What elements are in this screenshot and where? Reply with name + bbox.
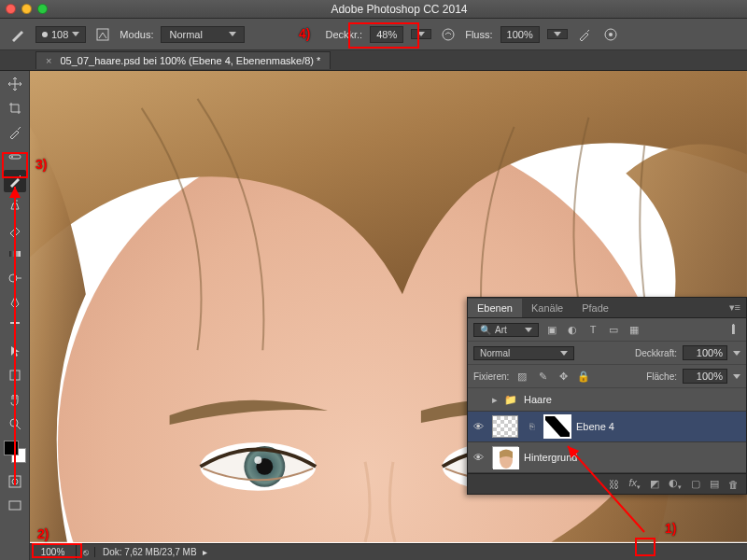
delete-layer-icon[interactable]: 🗑 — [728, 479, 739, 490]
filter-type-icon[interactable]: T — [585, 322, 600, 337]
svg-point-9 — [10, 419, 18, 427]
eyedropper-tool[interactable] — [4, 121, 26, 144]
minimize-window-button[interactable] — [21, 4, 32, 14]
visibility-toggle[interactable]: 👁 — [473, 452, 486, 463]
add-mask-icon[interactable]: ◩ — [650, 478, 659, 490]
hand-tool[interactable] — [4, 388, 26, 411]
layer-thumbnail[interactable] — [492, 415, 518, 438]
opacity-label: Deckkr.: — [325, 29, 362, 40]
zoom-window-button[interactable] — [37, 4, 48, 14]
layer-fill-field[interactable]: 100% — [683, 369, 727, 384]
disclosure-triangle[interactable]: ▸ — [492, 394, 498, 406]
tools-panel — [0, 71, 30, 560]
tab-paths[interactable]: Pfade — [572, 299, 618, 317]
status-bar: 100% ⎋ Dok: 7,62 MB/23,7 MB ▸ — [30, 543, 747, 560]
selection-tool[interactable] — [4, 340, 26, 362]
document-info[interactable]: Dok: 7,62 MB/23,7 MB ▸ — [95, 547, 215, 557]
tab-title: 05_07_haare.psd bei 100% (Ebene 4, Ebene… — [61, 55, 321, 66]
svg-rect-10 — [9, 476, 21, 487]
filter-shape-icon[interactable]: ▭ — [606, 322, 621, 337]
zoom-level-field[interactable]: 100% — [30, 545, 77, 559]
brush-size-picker[interactable]: 108 — [35, 26, 86, 43]
svg-point-5 — [11, 156, 13, 158]
tool-preset-icon[interactable] — [9, 25, 28, 44]
layer-name[interactable]: Haare — [524, 394, 552, 405]
layer-fill-stepper[interactable] — [733, 374, 740, 379]
pressure-size-icon[interactable] — [601, 25, 620, 44]
screen-mode-toggle[interactable] — [4, 495, 26, 517]
mask-link-icon[interactable]: ⎘ — [524, 419, 539, 434]
app-title: Adobe Photoshop CC 2014 — [57, 3, 741, 16]
layer-row-background[interactable]: 👁 Hintergrund — [468, 442, 746, 473]
adjustment-layer-icon[interactable]: ◐▾ — [669, 477, 682, 491]
filter-adjust-icon[interactable]: ◐ — [565, 322, 580, 337]
pressure-opacity-icon[interactable] — [439, 25, 458, 44]
flow-value: 100% — [507, 29, 533, 40]
filter-pixel-icon[interactable]: ▣ — [544, 322, 559, 337]
layer-blend-select[interactable]: Normal — [473, 346, 574, 360]
layer-name[interactable]: Ebene 4 — [576, 421, 614, 432]
lock-transparency-icon[interactable]: ▨ — [514, 369, 529, 384]
new-group-icon[interactable]: ▢ — [691, 478, 700, 490]
flow-stepper[interactable] — [547, 29, 568, 39]
link-layers-icon[interactable]: ⛓ — [609, 479, 619, 490]
brush-size-value: 108 — [51, 29, 68, 40]
opacity-stepper[interactable] — [411, 29, 431, 39]
svg-point-7 — [9, 274, 17, 282]
gradient-tool[interactable] — [4, 243, 26, 265]
lock-fill-row: Fixieren: ▨ ✎ ✥ 🔒 Fläche: 100% — [468, 365, 746, 388]
layers-panel: Ebenen Kanäle Pfade ▾≡ 🔍 Art ▣ ◐ T ▭ ▦ ⏽… — [467, 297, 747, 495]
svg-rect-12 — [9, 501, 21, 510]
quick-mask-toggle[interactable] — [4, 470, 26, 493]
panel-menu-icon[interactable]: ▾≡ — [724, 301, 746, 314]
move-tool[interactable] — [4, 73, 26, 95]
eraser-tool[interactable] — [4, 218, 26, 241]
airbrush-icon[interactable] — [575, 25, 594, 44]
tab-layers[interactable]: Ebenen — [468, 299, 522, 317]
lock-position-icon[interactable]: ✥ — [556, 369, 571, 384]
share-icon[interactable]: ⎋ — [77, 547, 95, 557]
brush-tool[interactable] — [4, 170, 26, 192]
flow-field[interactable]: 100% — [500, 26, 540, 43]
window-controls — [6, 4, 48, 14]
document-tab[interactable]: × 05_07_haare.psd bei 100% (Ebene 4, Ebe… — [35, 51, 331, 69]
filter-smart-icon[interactable]: ▦ — [627, 322, 641, 337]
tab-close-icon[interactable]: × — [46, 55, 51, 66]
filter-toggle-switch[interactable]: ⏽ — [726, 322, 740, 337]
lock-label: Fixieren: — [473, 371, 509, 382]
dodge-tool[interactable] — [4, 267, 26, 289]
svg-rect-0 — [97, 29, 108, 40]
close-window-button[interactable] — [6, 4, 16, 14]
layer-row-group[interactable]: ▸ 📁 Haare — [468, 388, 746, 412]
lock-all-icon[interactable]: 🔒 — [576, 369, 591, 384]
zoom-tool[interactable] — [4, 413, 26, 435]
visibility-toggle[interactable]: 👁 — [473, 421, 486, 432]
opacity-field[interactable]: 48% — [370, 26, 403, 43]
lock-image-icon[interactable]: ✎ — [535, 369, 550, 384]
layer-thumbnail[interactable] — [492, 446, 518, 469]
layer-style-icon[interactable]: fx▾ — [628, 477, 641, 491]
layer-name[interactable]: Hintergrund — [524, 452, 577, 463]
crop-tool[interactable] — [4, 97, 26, 119]
svg-rect-4 — [9, 155, 21, 159]
pen-tool[interactable] — [4, 291, 26, 314]
layer-mask-thumbnail[interactable] — [544, 415, 571, 438]
blend-mode-select[interactable]: Normal — [161, 26, 245, 43]
layer-opacity-stepper[interactable] — [733, 351, 740, 356]
healing-brush-tool[interactable] — [4, 146, 26, 168]
clone-stamp-tool[interactable] — [4, 194, 26, 217]
foreground-color-swatch[interactable] — [4, 441, 19, 455]
blend-opacity-row: Normal Deckkraft: 100% — [468, 342, 746, 365]
filter-type-select[interactable]: 🔍 Art — [473, 323, 539, 337]
color-swatches[interactable] — [4, 441, 26, 463]
shape-tool[interactable] — [4, 364, 26, 386]
type-tool[interactable] — [4, 315, 26, 338]
layer-opacity-field[interactable]: 100% — [683, 345, 727, 360]
tab-channels[interactable]: Kanäle — [522, 299, 572, 317]
new-layer-icon[interactable]: ▤ — [710, 478, 719, 490]
brush-panel-icon[interactable] — [93, 25, 112, 44]
layer-row-masked[interactable]: 👁 ⎘ Ebene 4 — [468, 412, 746, 442]
blend-mode-label: Modus: — [120, 29, 153, 40]
panel-tabs: Ebenen Kanäle Pfade ▾≡ — [468, 298, 746, 318]
svg-rect-8 — [10, 371, 20, 380]
